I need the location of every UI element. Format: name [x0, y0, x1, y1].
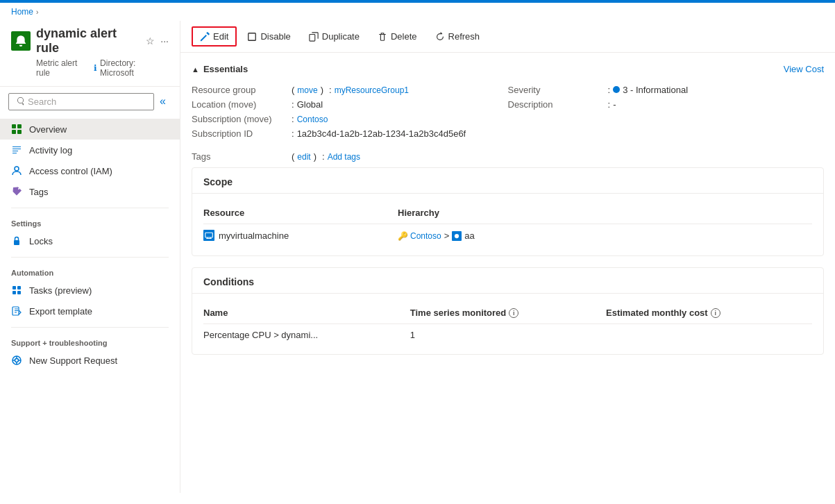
duplicate-button[interactable]: Duplicate	[301, 27, 367, 46]
disable-button[interactable]: Disable	[239, 27, 298, 46]
settings-section-label: Settings	[0, 214, 180, 230]
delete-icon	[378, 32, 387, 42]
new-support-label: New Support Request	[29, 355, 117, 366]
activity-log-label: Activity log	[29, 145, 72, 156]
duplicate-icon	[309, 32, 319, 42]
sidebar-item-new-support[interactable]: New Support Request	[0, 350, 180, 371]
export-template-label: Export template	[29, 306, 92, 317]
content-body: ▲ Essentials View Cost Resource group (m…	[180, 53, 835, 377]
svg-rect-9	[17, 291, 21, 294]
conditions-name-cell: Percentage CPU > dynami...	[203, 324, 410, 346]
subscription-label: Subscription (move)	[192, 114, 289, 124]
disable-label: Disable	[260, 31, 290, 42]
svg-point-4	[15, 167, 19, 171]
delete-label: Delete	[391, 31, 417, 42]
essentials-properties: Resource group (move) : myResourceGroup1…	[192, 83, 824, 141]
nav-divider-3	[11, 327, 169, 328]
edit-icon	[200, 32, 210, 42]
sidebar-item-tags[interactable]: Tags	[0, 181, 180, 202]
resource-group-label: Resource group	[192, 85, 289, 95]
severity-row: Severity : 3 - Informational	[508, 83, 825, 97]
refresh-icon	[435, 32, 445, 42]
hierarchy-sub-icon-svg	[453, 233, 460, 240]
svg-rect-15	[205, 233, 213, 237]
svg-point-16	[455, 233, 459, 237]
tags-label: Tags	[192, 151, 289, 162]
description-label: Description	[508, 99, 605, 110]
conditions-estimated-cost-cell	[606, 324, 812, 346]
search-box[interactable]	[8, 93, 154, 110]
conditions-table: Name Time series monitored i Est	[203, 302, 812, 346]
svg-rect-6	[12, 286, 16, 289]
nav-section-settings: Settings Locks	[0, 211, 180, 254]
refresh-button[interactable]: Refresh	[428, 27, 488, 46]
scope-hierarchy-cell: 🔑 Contoso > aa	[398, 224, 812, 248]
access-control-icon	[11, 165, 22, 176]
tags-add-link[interactable]: Add tags	[328, 152, 360, 162]
essentials-collapse-icon[interactable]: ▲	[192, 65, 199, 74]
description-row: Description : -	[508, 97, 825, 112]
edit-button[interactable]: Edit	[192, 26, 237, 47]
resource-group-move-link[interactable]: move	[297, 85, 317, 95]
export-template-icon	[11, 305, 22, 317]
severity-value: 3 - Informational	[623, 85, 688, 95]
prop-sep-1: (	[292, 85, 294, 95]
resource-group-row: Resource group (move) : myResourceGroup1	[192, 83, 508, 97]
breadcrumb-chevron: ›	[36, 8, 38, 16]
subscription-id-value: 1a2b3c4d-1a2b-12ab-1234-1a2b3c4d5e6f	[297, 128, 466, 139]
scope-table-row: myvirtualmachine 🔑 Contoso >	[203, 224, 812, 248]
info-icon: ℹ	[94, 63, 97, 73]
collapse-sidebar-button[interactable]: «	[154, 92, 171, 110]
subscription-id-row: Subscription ID : 1a2b3c4d-1a2b-12ab-123…	[192, 126, 508, 141]
estimated-cost-info-icon[interactable]: i	[711, 308, 720, 318]
svg-rect-14	[310, 34, 315, 41]
edit-label: Edit	[213, 31, 228, 42]
hierarchy-key-icon: 🔑	[398, 231, 407, 241]
nav-section-main: Overview Activity log Access control	[0, 116, 180, 205]
tags-edit-link[interactable]: edit	[297, 152, 310, 162]
location-value: Global	[297, 99, 323, 110]
overview-icon	[11, 124, 22, 135]
automation-section-label: Automation	[0, 263, 180, 280]
svg-rect-0	[12, 124, 16, 128]
resource-header: dynamic alert rule ☆ ··· Metric alert ru…	[0, 21, 180, 87]
delete-button[interactable]: Delete	[370, 27, 425, 46]
favorite-star-icon[interactable]: ☆	[146, 35, 155, 47]
subscription-value-link[interactable]: Contoso	[297, 115, 328, 124]
ellipsis-icon[interactable]: ···	[160, 35, 169, 47]
tags-icon	[11, 186, 22, 197]
nav-divider-2	[11, 257, 169, 258]
conditions-time-series-cell: 1	[410, 324, 606, 346]
conditions-table-row: Percentage CPU > dynami... 1	[203, 324, 812, 346]
toolbar: Edit Disable Duplicate Delete	[180, 21, 835, 53]
hierarchy-contoso-link[interactable]: Contoso	[410, 231, 441, 241]
hierarchy-chevron: >	[444, 230, 450, 241]
refresh-label: Refresh	[448, 31, 480, 42]
time-series-info-icon[interactable]: i	[509, 308, 518, 318]
sidebar-item-activity-log[interactable]: Activity log	[0, 140, 180, 160]
home-link[interactable]: Home	[11, 7, 33, 17]
hierarchy-row: 🔑 Contoso > aa	[398, 230, 812, 241]
tasks-label: Tasks (preview)	[29, 285, 92, 296]
essentials-header: ▲ Essentials View Cost	[192, 64, 824, 74]
view-cost-link[interactable]: View Cost	[784, 64, 824, 74]
sidebar-item-overview[interactable]: Overview	[0, 119, 180, 140]
svg-rect-3	[17, 130, 22, 134]
nav-section-support: Support + troubleshooting New Support Re…	[0, 330, 180, 373]
resource-name: dynamic alert rule	[36, 26, 140, 56]
severity-label: Severity	[508, 85, 605, 95]
resource-group-value-link[interactable]: myResourceGroup1	[335, 85, 409, 95]
access-control-label: Access control (IAM)	[29, 166, 112, 176]
duplicate-label: Duplicate	[322, 31, 360, 42]
sidebar-item-export-template[interactable]: Export template	[0, 301, 180, 321]
svg-rect-13	[248, 33, 256, 40]
sidebar-item-access-control[interactable]: Access control (IAM)	[0, 160, 180, 181]
sidebar-item-locks[interactable]: Locks	[0, 230, 180, 251]
conditions-card-body: Name Time series monitored i Est	[192, 294, 823, 354]
svg-rect-5	[14, 240, 19, 245]
subscription-id-label: Subscription ID	[192, 128, 289, 139]
svg-rect-2	[12, 130, 16, 134]
sidebar-item-tasks[interactable]: Tasks (preview)	[0, 280, 180, 301]
search-input[interactable]	[28, 96, 148, 107]
essentials-title: ▲ Essentials	[192, 64, 248, 74]
